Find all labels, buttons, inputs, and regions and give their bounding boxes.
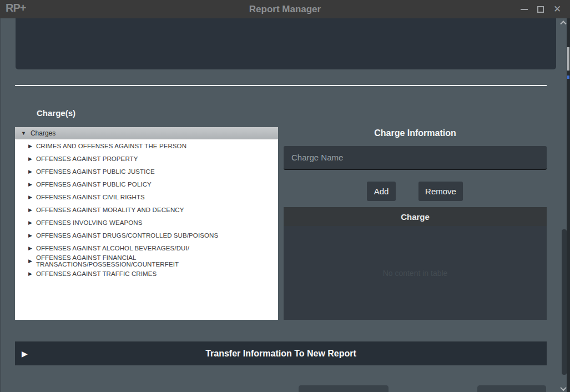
- close-button[interactable]: ✕: [549, 0, 566, 18]
- charge-information-heading: Charge Information: [284, 128, 547, 138]
- charge-table: Charge No content in table: [284, 207, 547, 320]
- window-controls: ✕: [516, 0, 566, 18]
- expand-triangle-icon[interactable]: ▶: [28, 156, 32, 162]
- expand-triangle-icon[interactable]: ▶: [28, 245, 32, 251]
- scroll-up-icon: [560, 21, 566, 27]
- maximize-button[interactable]: [532, 0, 549, 18]
- top-content-panel: [16, 18, 556, 69]
- tree-item-alcohol-dui[interactable]: ▶ OFFENSES AGAINST ALCOHOL BEVERAGES/DUI…: [15, 242, 278, 254]
- tree-item-label: OFFENSES AGAINST DRUGS/CONTROLLED SUB/PO…: [36, 232, 218, 239]
- tree-item-civil-rights[interactable]: ▶ OFFENSES AGAINST CIVIL RIGHTS: [15, 190, 278, 203]
- tree-root-label: Charges: [31, 129, 56, 137]
- transfer-expander-label: Transfer Information To New Report: [15, 349, 547, 359]
- transfer-expander[interactable]: ▶ Transfer Information To New Report: [15, 341, 547, 365]
- tree-item-public-justice[interactable]: ▶ OFFENSES AGAINST PUBLIC JUSTICE: [15, 165, 278, 178]
- tree-item-label: OFFENSES AGAINST MORALITY AND DECENCY: [36, 207, 184, 213]
- expand-triangle-icon[interactable]: ▶: [28, 220, 32, 225]
- expand-triangle-icon[interactable]: ▶: [28, 143, 32, 149]
- expand-triangle-icon[interactable]: ▶: [28, 233, 32, 238]
- charge-name-input[interactable]: [284, 146, 547, 170]
- tree-item-crimes-against-person[interactable]: ▶ CRIMES AND OFFENSES AGAINST THE PERSON: [15, 139, 278, 152]
- tree-item-label: OFFENSES AGAINST PROPERTY: [36, 155, 138, 162]
- outer-scrollbar-thumb[interactable]: [567, 47, 569, 71]
- tree-item-label: OFFENSES AGAINST PUBLIC POLICY: [36, 181, 152, 188]
- tree-item-label: OFFENSES INVOLVING WEAPONS: [36, 219, 143, 226]
- tree-item-public-policy[interactable]: ▶ OFFENSES AGAINST PUBLIC POLICY: [15, 178, 278, 190]
- table-empty-text: No content in table: [383, 269, 448, 278]
- bottom-partial-button-left[interactable]: [299, 385, 389, 392]
- charges-tree: ▼ Charges ▶ CRIMES AND OFFENSES AGAINST …: [15, 127, 278, 320]
- charge-table-body: No content in table: [284, 226, 547, 320]
- expand-triangle-icon[interactable]: ▶: [28, 169, 32, 174]
- maximize-icon: [537, 6, 544, 13]
- outer-scrollbar-marker: [567, 76, 569, 79]
- scroll-down-icon: [560, 385, 566, 391]
- expander-triangle-icon[interactable]: ▶: [22, 349, 28, 358]
- window-title: Report Manager: [0, 4, 570, 15]
- charge-column-header: Charge: [284, 207, 547, 226]
- scrollbar-thumb[interactable]: [562, 229, 567, 375]
- charges-section-heading: Charge(s): [37, 108, 75, 118]
- add-button[interactable]: Add: [367, 182, 396, 201]
- expand-triangle-icon[interactable]: ▶: [28, 271, 32, 277]
- section-separator: [15, 85, 547, 86]
- tree-item-weapons[interactable]: ▶ OFFENSES INVOLVING WEAPONS: [15, 216, 278, 229]
- tree-item-drugs[interactable]: ▶ OFFENSES AGAINST DRUGS/CONTROLLED SUB/…: [15, 229, 278, 242]
- tree-item-label: OFFENSES AGAINST ALCOHOL BEVERAGES/DUI/: [36, 245, 189, 252]
- scroll-down-button[interactable]: [559, 385, 567, 392]
- tree-item-property[interactable]: ▶ OFFENSES AGAINST PROPERTY: [15, 152, 278, 165]
- collapse-triangle-icon[interactable]: ▼: [21, 130, 26, 136]
- outer-scrollbar-track[interactable]: [567, 18, 570, 392]
- title-bar: RP+ Report Manager ✕: [0, 0, 570, 18]
- expand-triangle-icon[interactable]: ▶: [28, 182, 32, 187]
- scroll-up-button[interactable]: [559, 19, 567, 26]
- tree-item-financial[interactable]: ▶ OFFENSES AGAINST FINANCIAL TRANSACTION…: [15, 254, 278, 267]
- bottom-partial-button-right[interactable]: [477, 385, 546, 392]
- tree-item-label: OFFENSES AGAINST CIVIL RIGHTS: [36, 194, 145, 200]
- tree-item-morality-decency[interactable]: ▶ OFFENSES AGAINST MORALITY AND DECENCY: [15, 203, 278, 216]
- minimize-button[interactable]: [516, 0, 532, 18]
- minimize-icon: [521, 9, 528, 10]
- close-icon: ✕: [553, 4, 561, 14]
- tree-item-label: CRIMES AND OFFENSES AGAINST THE PERSON: [36, 143, 186, 149]
- window-left-border: [0, 18, 1, 392]
- tree-item-label: OFFENSES AGAINST PUBLIC JUSTICE: [36, 168, 155, 175]
- tree-root-charges[interactable]: ▼ Charges: [15, 127, 278, 139]
- tree-item-traffic-crimes[interactable]: ▶ OFFENSES AGAINST TRAFFIC CRIMES: [15, 267, 278, 280]
- expand-triangle-icon[interactable]: ▶: [28, 194, 32, 200]
- expand-triangle-icon[interactable]: ▶: [28, 258, 32, 264]
- tree-item-label: OFFENSES AGAINST FINANCIAL TRANSACTIONS/…: [36, 254, 278, 268]
- app-logo: RP+: [6, 2, 26, 14]
- expand-triangle-icon[interactable]: ▶: [28, 207, 32, 213]
- remove-button[interactable]: Remove: [418, 182, 463, 201]
- report-manager-window: RP+ Report Manager ✕ Charge(s) ▼ Charges…: [0, 0, 570, 392]
- tree-item-label: OFFENSES AGAINST TRAFFIC CRIMES: [36, 270, 157, 277]
